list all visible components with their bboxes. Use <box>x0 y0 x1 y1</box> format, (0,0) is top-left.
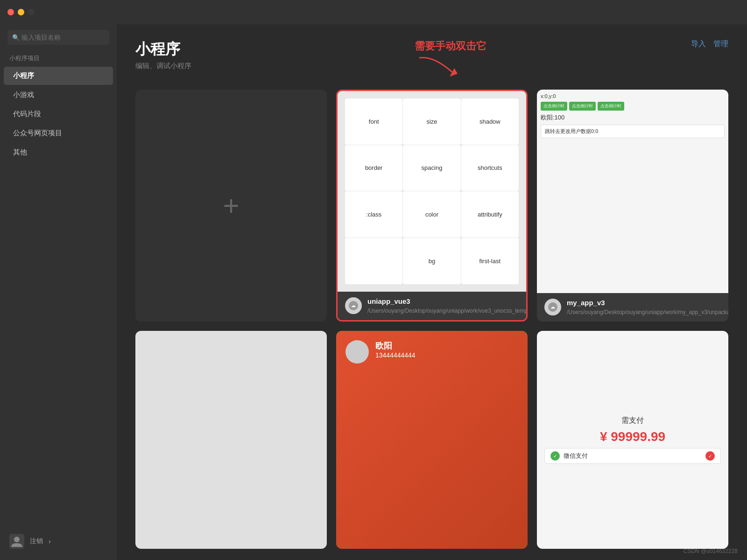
project-card-uniapp[interactable]: font size shadow border spacing shortcut… <box>336 90 528 322</box>
payment-amount: ¥ 99999.99 <box>600 429 665 444</box>
sidebar-item-webpage[interactable]: 公众号网页项目 <box>4 124 113 142</box>
sidebar-section-label: 小程序项目 <box>0 52 117 66</box>
user-info: 欧阳 13444444444 <box>375 340 416 359</box>
grid-preview: font size shadow border spacing shortcut… <box>338 91 526 292</box>
card2-btn-1: 点击倒计时 <box>541 102 567 111</box>
card-name-uniapp: uniapp_vue3 <box>367 297 528 305</box>
grid-cell-bg: bg <box>403 238 460 284</box>
content-actions: 导入 管理 <box>691 39 728 49</box>
card2-coord: x:0,y:0 <box>541 93 725 99</box>
annotation-text: 需要手动双击它 <box>415 39 486 53</box>
user-name: 欧阳 <box>375 340 416 351</box>
avatar <box>9 534 24 549</box>
project-card-user[interactable]: 欧阳 13444444444 <box>336 331 528 549</box>
grid-cell-shortcuts: shortcuts <box>461 145 519 191</box>
import-button[interactable]: 导入 <box>691 39 706 49</box>
titlebar-buttons <box>7 9 35 15</box>
card-text-myapp: my_app_v3 /Users/ouyang/Desktop/ouyang/u… <box>567 299 728 316</box>
card-info-uniapp: ☁ uniapp_vue3 /Users/ouyang/Desktop/ouya… <box>338 292 526 321</box>
grid-cell-shadow: shadow <box>461 98 519 145</box>
project-grid: + font size shadow border spacing shortc… <box>135 90 728 549</box>
sidebar-item-codesnippet[interactable]: 代码片段 <box>4 105 113 123</box>
card2-btn-2: 点击倒计时 <box>569 102 596 111</box>
card-logo-inner-myapp: ☁ <box>548 302 557 312</box>
grid-cell-spacing: spacing <box>403 145 460 191</box>
user-card-preview: 欧阳 13444444444 <box>336 331 528 549</box>
minimize-button[interactable] <box>18 9 24 15</box>
grid-cell-attributify: attributify <box>461 191 519 238</box>
grid-cell-empty <box>345 238 402 284</box>
logout-arrow: › <box>49 538 51 545</box>
payment-title: 需支付 <box>621 416 644 426</box>
user-avatar <box>345 340 369 364</box>
card-logo-myapp: ☁ <box>544 299 561 315</box>
wechat-method: ✓ 微信支付 <box>550 451 588 461</box>
grid-cell-border: border <box>345 145 402 191</box>
add-icon: + <box>223 189 239 222</box>
card2-nav: 跳转去更改用户数据0:0 <box>541 125 725 138</box>
card2-buttons: 点击倒计时 点击倒计时 点击倒计时 <box>541 102 725 111</box>
grid-cell-firstlast: first-last <box>461 238 519 284</box>
title-block: 小程序 编辑、调试小程序 <box>135 39 191 70</box>
sidebar-item-other[interactable]: 其他 <box>4 143 113 161</box>
close-button[interactable] <box>7 9 14 15</box>
sidebar-item-miniprogram[interactable]: 小程序 <box>4 67 113 85</box>
project-card-gray[interactable] <box>135 331 327 549</box>
user-phone: 13444444444 <box>375 351 416 359</box>
add-project-card[interactable]: + <box>135 90 327 322</box>
sidebar-footer[interactable]: 注销 › <box>0 528 117 554</box>
payment-card-preview: 需支付 ¥ 99999.99 ✓ 微信支付 ✓ <box>537 331 728 549</box>
card2-btn-3: 点击倒计时 <box>598 102 624 111</box>
titlebar <box>0 0 747 24</box>
grid-cell-size: size <box>403 98 460 145</box>
sidebar-item-minigame[interactable]: 小游戏 <box>4 86 113 104</box>
content-area: 小程序 编辑、调试小程序 需要手动双击它 导入 管理 <box>117 24 747 560</box>
project-card-payment[interactable]: 需支付 ¥ 99999.99 ✓ 微信支付 ✓ <box>537 331 728 549</box>
payment-method-label: 微信支付 <box>564 452 588 460</box>
card2-preview: x:0,y:0 点击倒计时 点击倒计时 点击倒计时 欧阳:100 跳转去更改用户… <box>537 90 728 293</box>
manage-button[interactable]: 管理 <box>713 39 728 49</box>
logout-label[interactable]: 注销 <box>30 537 43 546</box>
gray-card-preview <box>135 331 327 549</box>
card-preview-myapp: x:0,y:0 点击倒计时 点击倒计时 点击倒计时 欧阳:100 跳转去更改用户… <box>537 90 728 293</box>
card-logo-uniapp: ☁ <box>345 297 362 314</box>
card-preview-uniapp: font size shadow border spacing shortcut… <box>338 91 526 292</box>
card-name-myapp: my_app_v3 <box>567 299 728 307</box>
payment-check-icon: ✓ <box>705 451 715 461</box>
card-path-myapp: /Users/ouyang/Desktop/ouyang/uniapp/work… <box>567 308 728 316</box>
card-path-uniapp: /Users/ouyang/Desktop/ouyang/uniapp/work… <box>367 307 528 315</box>
sidebar: 🔍 小程序项目 小程序 小游戏 代码片段 公众号网页项目 其他 <box>0 24 117 560</box>
svg-marker-2 <box>450 68 458 77</box>
annotation-arrow <box>415 53 480 77</box>
payment-block: 需支付 ¥ 99999.99 ✓ 微信支付 ✓ <box>537 331 728 549</box>
watermark: CSDN @u014632228 <box>684 548 738 554</box>
search-icon: 🔍 <box>12 34 20 41</box>
maximize-button <box>28 9 35 15</box>
main-layout: 🔍 小程序项目 小程序 小游戏 代码片段 公众号网页项目 其他 <box>0 24 747 560</box>
annotation: 需要手动双击它 <box>415 39 486 77</box>
page-subtitle: 编辑、调试小程序 <box>135 62 191 70</box>
project-card-myapp[interactable]: x:0,y:0 点击倒计时 点击倒计时 点击倒计时 欧阳:100 跳转去更改用户… <box>537 90 728 322</box>
search-input[interactable] <box>7 30 109 45</box>
page-title: 小程序 <box>135 39 191 60</box>
wechat-icon: ✓ <box>550 451 560 461</box>
grid-cell-font: font <box>345 98 402 145</box>
card-text-uniapp: uniapp_vue3 /Users/ouyang/Desktop/ouyang… <box>367 297 528 315</box>
payment-method: ✓ 微信支付 ✓ <box>544 448 721 464</box>
svg-point-1 <box>14 537 20 542</box>
card-info-myapp: ☁ my_app_v3 /Users/ouyang/Desktop/ouyang… <box>537 293 728 322</box>
search-wrap: 🔍 <box>7 30 109 45</box>
card-logo-inner: ☁ <box>349 301 358 310</box>
user-card-red-bg: 欧阳 13444444444 <box>336 331 528 549</box>
card2-username: 欧阳:100 <box>541 113 725 122</box>
content-header: 小程序 编辑、调试小程序 需要手动双击它 导入 管理 <box>135 39 728 77</box>
grid-cell-color: color <box>403 191 460 238</box>
grid-cell-class: :class <box>345 191 402 238</box>
